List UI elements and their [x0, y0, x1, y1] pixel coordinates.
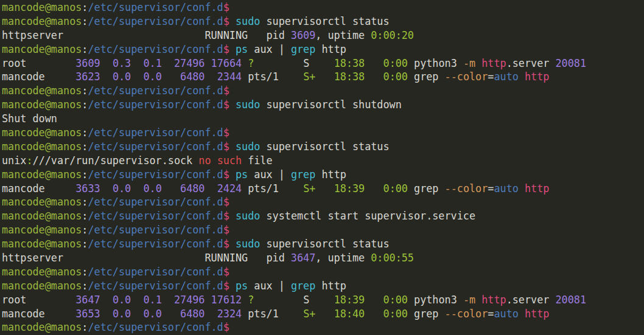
- terminal-text-segment: S+: [303, 71, 315, 83]
- terminal-text-segment: 0:00: [383, 182, 408, 195]
- terminal-text-segment: 17612: [211, 294, 242, 306]
- terminal-line: mancode@manos:/etc/supervisor/conf.d$ su…: [2, 237, 644, 251]
- terminal-text-segment: 2424: [217, 182, 242, 195]
- terminal-text-segment: 27496: [174, 294, 205, 306]
- terminal-text-segment: 6480: [180, 182, 205, 195]
- terminal-line: mancode@manos:/etc/supervisor/conf.d$: [2, 195, 644, 209]
- terminal-text-segment: 0.0: [143, 308, 161, 320]
- terminal-text-segment: :: [82, 43, 88, 55]
- terminal-text-segment: aux |: [248, 168, 291, 181]
- terminal-text-segment: root: [2, 294, 75, 306]
- terminal-text-segment: ps: [236, 168, 248, 181]
- terminal-text-segment: grep: [291, 43, 315, 55]
- terminal-text-segment: mancode@manos: [2, 140, 82, 153]
- terminal-text-segment: 0:00: [383, 294, 408, 306]
- terminal-text-segment: [475, 294, 481, 306]
- terminal-text-segment: 2344: [217, 71, 242, 83]
- terminal-text-segment: $: [223, 85, 229, 97]
- terminal-text-segment: mancode@manos: [2, 126, 82, 139]
- terminal-text-segment: http: [315, 280, 346, 292]
- terminal-text-segment: :: [82, 266, 88, 278]
- terminal-text-segment: mancode@manos: [2, 168, 82, 181]
- terminal-text-segment: [205, 308, 217, 320]
- terminal-text-segment: mancode@manos: [2, 196, 82, 208]
- terminal-text-segment: pts/1: [242, 182, 303, 195]
- terminal-line: mancode@manos:/etc/supervisor/conf.d$ su…: [2, 209, 644, 223]
- terminal-text-segment: 3633: [75, 182, 100, 195]
- terminal-text-segment: 3609: [291, 29, 315, 41]
- terminal-line: mancode@manos:/etc/supervisor/conf.d$: [2, 1, 644, 15]
- terminal-line: Shut down: [2, 112, 644, 126]
- terminal-text-segment: 18:40: [334, 308, 365, 320]
- terminal-text-segment: [162, 294, 174, 306]
- terminal-text-segment: $: [223, 15, 229, 27]
- terminal-text-segment: $: [223, 266, 229, 278]
- terminal-text-segment: =: [488, 182, 494, 195]
- terminal-text-segment: 27496: [174, 57, 205, 69]
- terminal-text-segment: supervisorctl status: [260, 140, 389, 153]
- terminal-text-segment: /etc/supervisor/conf.d: [88, 266, 223, 278]
- terminal-text-segment: /etc/supervisor/conf.d: [88, 43, 223, 55]
- terminal-text-segment: =: [488, 71, 494, 83]
- terminal-text-segment: grep: [408, 71, 445, 83]
- terminal-text-segment: [365, 308, 383, 320]
- terminal-text-segment: :: [82, 1, 88, 13]
- terminal-line: mancode@manos:/etc/supervisor/conf.d$ su…: [2, 140, 644, 154]
- terminal-text-segment: [205, 294, 211, 306]
- terminal-text-segment: $: [223, 168, 229, 181]
- terminal-line: mancode@manos:/etc/supervisor/conf.d$ su…: [2, 98, 644, 112]
- terminal-text-segment: 0:00: [383, 308, 408, 320]
- terminal-line: httpserver RUNNING pid 3647, uptime 0:00…: [2, 251, 644, 265]
- terminal-text-segment: 3647: [291, 252, 315, 264]
- terminal-text-segment: [205, 57, 211, 69]
- terminal-text-segment: 0:00: [383, 71, 408, 83]
- terminal-text-segment: aux |: [248, 280, 291, 292]
- terminal-text-segment: :: [82, 15, 88, 27]
- terminal-text-segment: mancode@manos: [2, 210, 82, 222]
- terminal-text-segment: http: [481, 294, 506, 306]
- terminal-text-segment: 0:00:20: [371, 29, 414, 41]
- terminal-text-segment: /etc/supervisor/conf.d: [88, 98, 223, 111]
- terminal-text-segment: :: [82, 280, 88, 292]
- terminal-text-segment: :: [82, 85, 88, 97]
- terminal-text-segment: [100, 57, 113, 69]
- terminal-text-segment: /etc/supervisor/conf.d: [88, 126, 223, 139]
- terminal-text-segment: [519, 182, 525, 195]
- terminal-text-segment: ?: [248, 57, 254, 69]
- terminal-text-segment: mancode: [2, 71, 75, 83]
- terminal-text-segment: $: [223, 140, 229, 153]
- terminal-line: mancode@manos:/etc/supervisor/conf.d$: [2, 84, 644, 98]
- terminal-text-segment: mancode@manos: [2, 98, 82, 111]
- terminal-text-segment: [100, 294, 113, 306]
- terminal-line: mancode 3653 0.0 0.0 6480 2324 pts/1 S+ …: [2, 307, 644, 321]
- terminal-text-segment: S+: [303, 308, 315, 320]
- terminal-text-segment: [229, 210, 236, 222]
- terminal-text-segment: [519, 71, 525, 83]
- terminal-text-segment: $: [223, 280, 229, 292]
- terminal-text-segment: :: [82, 321, 88, 333]
- terminal-text-segment: [131, 182, 143, 195]
- terminal-text-segment: 0:00: [383, 57, 408, 69]
- terminal-text-segment: http: [525, 182, 549, 195]
- terminal-text-segment: :: [82, 238, 88, 250]
- terminal-text-segment: /etc/supervisor/conf.d: [88, 140, 223, 153]
- terminal-text-segment: no such: [198, 154, 242, 167]
- terminal-text-segment: [162, 71, 180, 83]
- terminal-text-segment: 3647: [75, 294, 100, 306]
- terminal-text-segment: -m: [463, 294, 475, 306]
- terminal-text-segment: [100, 182, 113, 195]
- terminal-text-segment: 3623: [75, 71, 100, 83]
- terminal-text-segment: 0.0: [113, 182, 131, 195]
- terminal-text-segment: 0.0: [143, 71, 161, 83]
- terminal-text-segment: $: [223, 126, 229, 139]
- terminal-text-segment: 20081: [555, 57, 586, 69]
- terminal-text-segment: /etc/supervisor/conf.d: [88, 15, 223, 27]
- terminal-text-segment: python3: [408, 294, 463, 306]
- terminal-text-segment: mancode@manos: [2, 321, 82, 333]
- terminal-text-segment: httpserver RUNNING pid: [2, 29, 291, 41]
- terminal-text-segment: [475, 57, 481, 69]
- terminal-text-segment: :: [82, 98, 88, 111]
- terminal-screen[interactable]: mancode@manos:/etc/supervisor/conf.d$man…: [0, 0, 644, 335]
- terminal-text-segment: supervisorctl shutdown: [260, 98, 401, 111]
- terminal-text-segment: [229, 238, 236, 250]
